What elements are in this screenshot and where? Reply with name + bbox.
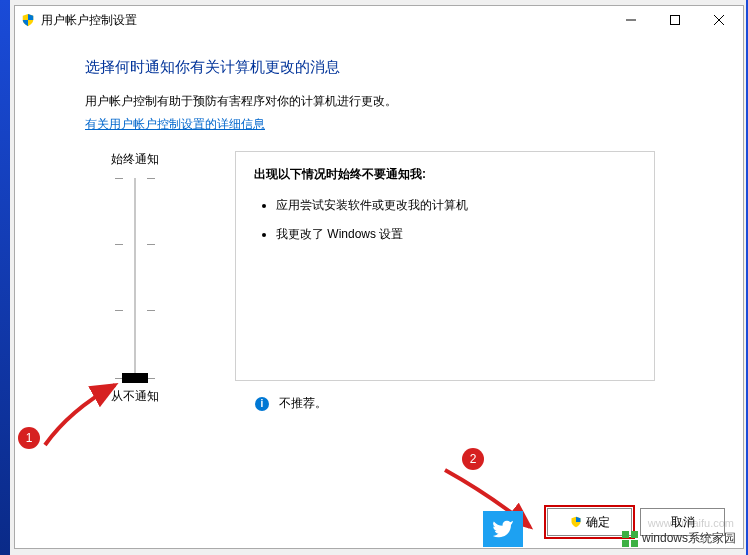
slider-tick: [115, 244, 155, 245]
maximize-button[interactable]: [653, 6, 697, 34]
slider-label-bottom: 从不通知: [111, 388, 159, 405]
page-subtext: 用户帐户控制有助于预防有害程序对你的计算机进行更改。: [85, 93, 687, 110]
slider-tick: [115, 178, 155, 179]
twitter-overlay-icon: [483, 511, 523, 547]
minimize-button[interactable]: [609, 6, 653, 34]
svg-rect-1: [671, 16, 680, 25]
desktop-edge-left: [0, 0, 10, 555]
window-buttons: [609, 6, 741, 34]
info-icon: i: [255, 397, 269, 411]
slider-line: [134, 178, 136, 378]
ok-button[interactable]: 确定: [547, 508, 632, 536]
info-list: 应用尝试安装软件或更改我的计算机 我更改了 Windows 设置: [254, 197, 636, 243]
slider-tick: [115, 310, 155, 311]
svg-rect-7: [631, 540, 638, 547]
slider-label-top: 始终通知: [111, 151, 159, 168]
content-area: 选择何时通知你有关计算机更改的消息 用户帐户控制有助于预防有害程序对你的计算机进…: [15, 34, 743, 415]
windows-logo-icon: [622, 531, 638, 547]
notification-slider[interactable]: [115, 178, 155, 378]
watermark-text: windows系统家园: [642, 530, 736, 547]
body-row: 始终通知 从不通知 出现以下情况时始终不要通知我: 应用尝试安装软件或更改我的计…: [85, 151, 687, 415]
slider-thumb[interactable]: [122, 373, 148, 383]
info-item: 应用尝试安装软件或更改我的计算机: [276, 197, 636, 214]
info-item: 我更改了 Windows 设置: [276, 226, 636, 243]
info-box: 出现以下情况时始终不要通知我: 应用尝试安装软件或更改我的计算机 我更改了 Wi…: [235, 151, 655, 381]
recommendation-text: 不推荐。: [279, 395, 327, 412]
ok-button-label: 确定: [586, 514, 610, 531]
uac-settings-window: 用户帐户控制设置 选择何时通知你有关计算机更改的消息 用户帐户控制有助于预防有害…: [14, 5, 744, 549]
info-column: 出现以下情况时始终不要通知我: 应用尝试安装软件或更改我的计算机 我更改了 Wi…: [235, 151, 687, 415]
page-heading: 选择何时通知你有关计算机更改的消息: [85, 58, 687, 77]
svg-rect-5: [631, 531, 638, 538]
svg-rect-6: [622, 540, 629, 547]
slider-column: 始终通知 从不通知: [85, 151, 185, 415]
info-title: 出现以下情况时始终不要通知我:: [254, 166, 636, 183]
close-button[interactable]: [697, 6, 741, 34]
titlebar: 用户帐户控制设置: [15, 6, 743, 34]
help-link[interactable]: 有关用户帐户控制设置的详细信息: [85, 116, 265, 133]
window-title: 用户帐户控制设置: [41, 12, 609, 29]
shield-icon: [21, 13, 35, 27]
svg-rect-4: [622, 531, 629, 538]
shield-icon: [570, 516, 582, 528]
watermark-url: www.ruihaifu.com: [648, 517, 734, 529]
recommendation-row: i 不推荐。: [255, 395, 687, 412]
watermark-brand: windows系统家园: [622, 530, 736, 547]
